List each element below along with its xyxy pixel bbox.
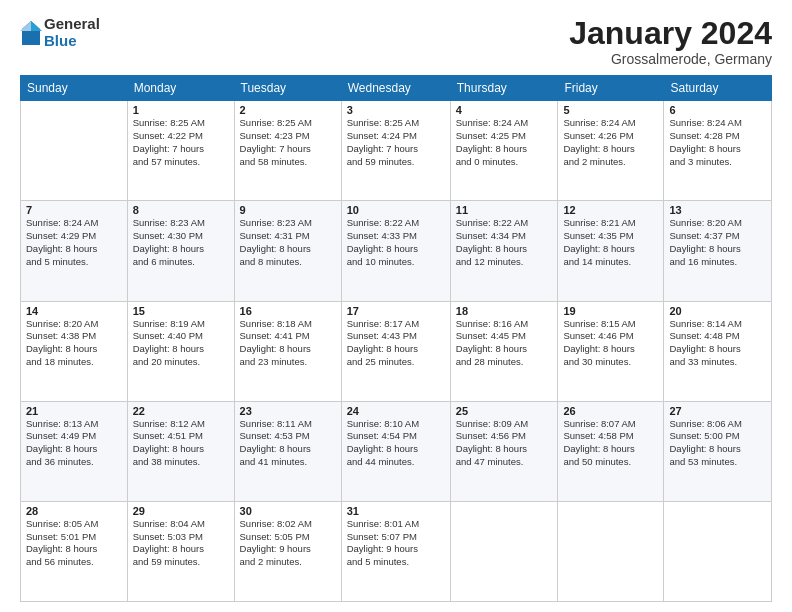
day-info: Sunrise: 8:19 AMSunset: 4:40 PMDaylight:… [133, 318, 229, 369]
day-number: 3 [347, 104, 445, 116]
day-info: Sunrise: 8:10 AMSunset: 4:54 PMDaylight:… [347, 418, 445, 469]
calendar-table: Sunday Monday Tuesday Wednesday Thursday… [20, 75, 772, 602]
table-row: 7Sunrise: 8:24 AMSunset: 4:29 PMDaylight… [21, 201, 128, 301]
day-info: Sunrise: 8:06 AMSunset: 5:00 PMDaylight:… [669, 418, 766, 469]
col-friday: Friday [558, 76, 664, 101]
day-number: 25 [456, 405, 553, 417]
day-info: Sunrise: 8:22 AMSunset: 4:33 PMDaylight:… [347, 217, 445, 268]
day-number: 17 [347, 305, 445, 317]
month-title: January 2024 [569, 16, 772, 51]
day-info: Sunrise: 8:24 AMSunset: 4:25 PMDaylight:… [456, 117, 553, 168]
logo-blue: Blue [44, 33, 100, 50]
day-number: 24 [347, 405, 445, 417]
logo-general: General [44, 16, 100, 33]
title-block: January 2024 Grossalmerode, Germany [569, 16, 772, 67]
day-number: 6 [669, 104, 766, 116]
day-info: Sunrise: 8:13 AMSunset: 4:49 PMDaylight:… [26, 418, 122, 469]
day-number: 22 [133, 405, 229, 417]
day-number: 28 [26, 505, 122, 517]
day-number: 12 [563, 204, 658, 216]
day-info: Sunrise: 8:04 AMSunset: 5:03 PMDaylight:… [133, 518, 229, 569]
col-wednesday: Wednesday [341, 76, 450, 101]
table-row: 27Sunrise: 8:06 AMSunset: 5:00 PMDayligh… [664, 401, 772, 501]
day-number: 7 [26, 204, 122, 216]
day-number: 29 [133, 505, 229, 517]
table-row [450, 501, 558, 601]
day-number: 13 [669, 204, 766, 216]
col-monday: Monday [127, 76, 234, 101]
day-number: 26 [563, 405, 658, 417]
day-info: Sunrise: 8:01 AMSunset: 5:07 PMDaylight:… [347, 518, 445, 569]
calendar-header-row: Sunday Monday Tuesday Wednesday Thursday… [21, 76, 772, 101]
table-row: 24Sunrise: 8:10 AMSunset: 4:54 PMDayligh… [341, 401, 450, 501]
day-number: 16 [240, 305, 336, 317]
table-row: 17Sunrise: 8:17 AMSunset: 4:43 PMDayligh… [341, 301, 450, 401]
table-row: 31Sunrise: 8:01 AMSunset: 5:07 PMDayligh… [341, 501, 450, 601]
day-info: Sunrise: 8:24 AMSunset: 4:28 PMDaylight:… [669, 117, 766, 168]
day-info: Sunrise: 8:20 AMSunset: 4:38 PMDaylight:… [26, 318, 122, 369]
page-header: General Blue January 2024 Grossalmerode,… [20, 16, 772, 67]
col-saturday: Saturday [664, 76, 772, 101]
day-info: Sunrise: 8:09 AMSunset: 4:56 PMDaylight:… [456, 418, 553, 469]
day-info: Sunrise: 8:02 AMSunset: 5:05 PMDaylight:… [240, 518, 336, 569]
table-row: 15Sunrise: 8:19 AMSunset: 4:40 PMDayligh… [127, 301, 234, 401]
day-number: 31 [347, 505, 445, 517]
col-thursday: Thursday [450, 76, 558, 101]
logo-text: General Blue [44, 16, 100, 49]
table-row: 11Sunrise: 8:22 AMSunset: 4:34 PMDayligh… [450, 201, 558, 301]
table-row: 9Sunrise: 8:23 AMSunset: 4:31 PMDaylight… [234, 201, 341, 301]
table-row: 20Sunrise: 8:14 AMSunset: 4:48 PMDayligh… [664, 301, 772, 401]
day-info: Sunrise: 8:16 AMSunset: 4:45 PMDaylight:… [456, 318, 553, 369]
table-row: 12Sunrise: 8:21 AMSunset: 4:35 PMDayligh… [558, 201, 664, 301]
logo-icon [20, 19, 42, 47]
table-row: 2Sunrise: 8:25 AMSunset: 4:23 PMDaylight… [234, 101, 341, 201]
table-row: 23Sunrise: 8:11 AMSunset: 4:53 PMDayligh… [234, 401, 341, 501]
day-number: 18 [456, 305, 553, 317]
day-info: Sunrise: 8:05 AMSunset: 5:01 PMDaylight:… [26, 518, 122, 569]
day-info: Sunrise: 8:12 AMSunset: 4:51 PMDaylight:… [133, 418, 229, 469]
table-row: 16Sunrise: 8:18 AMSunset: 4:41 PMDayligh… [234, 301, 341, 401]
day-number: 1 [133, 104, 229, 116]
svg-marker-2 [20, 21, 31, 31]
day-info: Sunrise: 8:24 AMSunset: 4:26 PMDaylight:… [563, 117, 658, 168]
table-row: 28Sunrise: 8:05 AMSunset: 5:01 PMDayligh… [21, 501, 128, 601]
day-info: Sunrise: 8:15 AMSunset: 4:46 PMDaylight:… [563, 318, 658, 369]
day-number: 14 [26, 305, 122, 317]
col-sunday: Sunday [21, 76, 128, 101]
table-row: 25Sunrise: 8:09 AMSunset: 4:56 PMDayligh… [450, 401, 558, 501]
day-info: Sunrise: 8:20 AMSunset: 4:37 PMDaylight:… [669, 217, 766, 268]
logo: General Blue [20, 16, 100, 49]
day-info: Sunrise: 8:23 AMSunset: 4:31 PMDaylight:… [240, 217, 336, 268]
day-number: 5 [563, 104, 658, 116]
table-row: 8Sunrise: 8:23 AMSunset: 4:30 PMDaylight… [127, 201, 234, 301]
table-row: 30Sunrise: 8:02 AMSunset: 5:05 PMDayligh… [234, 501, 341, 601]
location: Grossalmerode, Germany [569, 51, 772, 67]
table-row: 19Sunrise: 8:15 AMSunset: 4:46 PMDayligh… [558, 301, 664, 401]
table-row: 14Sunrise: 8:20 AMSunset: 4:38 PMDayligh… [21, 301, 128, 401]
day-info: Sunrise: 8:07 AMSunset: 4:58 PMDaylight:… [563, 418, 658, 469]
day-number: 11 [456, 204, 553, 216]
table-row: 26Sunrise: 8:07 AMSunset: 4:58 PMDayligh… [558, 401, 664, 501]
table-row: 21Sunrise: 8:13 AMSunset: 4:49 PMDayligh… [21, 401, 128, 501]
day-number: 15 [133, 305, 229, 317]
table-row: 22Sunrise: 8:12 AMSunset: 4:51 PMDayligh… [127, 401, 234, 501]
table-row: 4Sunrise: 8:24 AMSunset: 4:25 PMDaylight… [450, 101, 558, 201]
day-info: Sunrise: 8:25 AMSunset: 4:24 PMDaylight:… [347, 117, 445, 168]
day-info: Sunrise: 8:25 AMSunset: 4:22 PMDaylight:… [133, 117, 229, 168]
day-number: 27 [669, 405, 766, 417]
day-number: 30 [240, 505, 336, 517]
day-info: Sunrise: 8:17 AMSunset: 4:43 PMDaylight:… [347, 318, 445, 369]
table-row: 5Sunrise: 8:24 AMSunset: 4:26 PMDaylight… [558, 101, 664, 201]
day-info: Sunrise: 8:22 AMSunset: 4:34 PMDaylight:… [456, 217, 553, 268]
day-number: 23 [240, 405, 336, 417]
day-info: Sunrise: 8:11 AMSunset: 4:53 PMDaylight:… [240, 418, 336, 469]
table-row [558, 501, 664, 601]
day-number: 21 [26, 405, 122, 417]
table-row: 6Sunrise: 8:24 AMSunset: 4:28 PMDaylight… [664, 101, 772, 201]
day-info: Sunrise: 8:14 AMSunset: 4:48 PMDaylight:… [669, 318, 766, 369]
day-info: Sunrise: 8:24 AMSunset: 4:29 PMDaylight:… [26, 217, 122, 268]
day-number: 10 [347, 204, 445, 216]
table-row: 13Sunrise: 8:20 AMSunset: 4:37 PMDayligh… [664, 201, 772, 301]
table-row [21, 101, 128, 201]
day-info: Sunrise: 8:25 AMSunset: 4:23 PMDaylight:… [240, 117, 336, 168]
